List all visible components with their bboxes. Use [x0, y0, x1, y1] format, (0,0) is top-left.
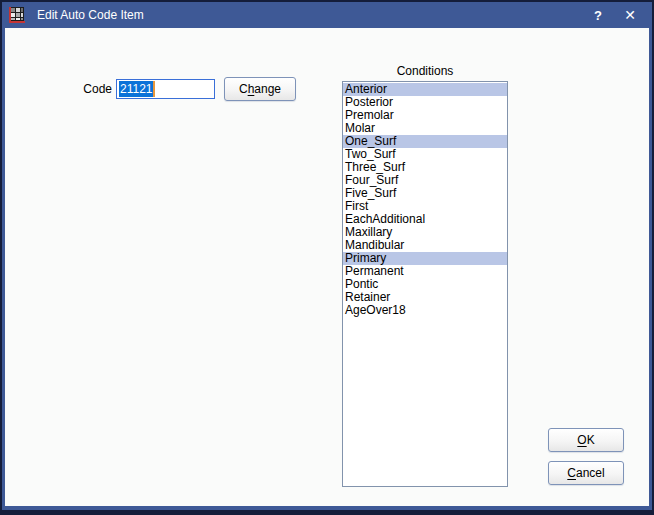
code-input[interactable]: 21121: [116, 79, 215, 99]
conditions-label: Conditions: [342, 64, 508, 78]
help-button[interactable]: ?: [584, 2, 612, 28]
conditions-listbox[interactable]: Anterior Posterior Premolar Molar One_Su…: [342, 81, 508, 487]
close-icon[interactable]: ✕: [616, 2, 644, 28]
app-grid-icon: [9, 7, 25, 23]
ok-button-mnemonic: O: [577, 433, 586, 447]
change-button-label-rest: ange: [254, 82, 281, 96]
dialog-frame: Edit Auto Code Item ? ✕ Code 21121 Chang…: [2, 2, 652, 510]
window-title: Edit Auto Code Item: [37, 8, 144, 22]
ok-button[interactable]: OK: [548, 428, 624, 452]
dialog-client-area: Code 21121 Change Conditions Anterior Po…: [5, 28, 649, 506]
text-caret: [153, 81, 155, 97]
dialog-window: Edit Auto Code Item ? ✕ Code 21121 Chang…: [0, 0, 654, 515]
cancel-button[interactable]: Cancel: [548, 461, 624, 485]
change-button-label: C: [239, 82, 248, 96]
code-label: Code: [65, 82, 112, 96]
ok-button-label-rest: K: [587, 433, 595, 447]
cancel-button-label-rest: ancel: [576, 466, 605, 480]
code-input-selected-text: 21121: [119, 81, 153, 97]
change-button[interactable]: Change: [224, 77, 296, 101]
condition-item[interactable]: AgeOver18: [343, 304, 507, 317]
cancel-button-mnemonic: C: [567, 466, 576, 480]
titlebar[interactable]: Edit Auto Code Item ? ✕: [2, 2, 652, 28]
